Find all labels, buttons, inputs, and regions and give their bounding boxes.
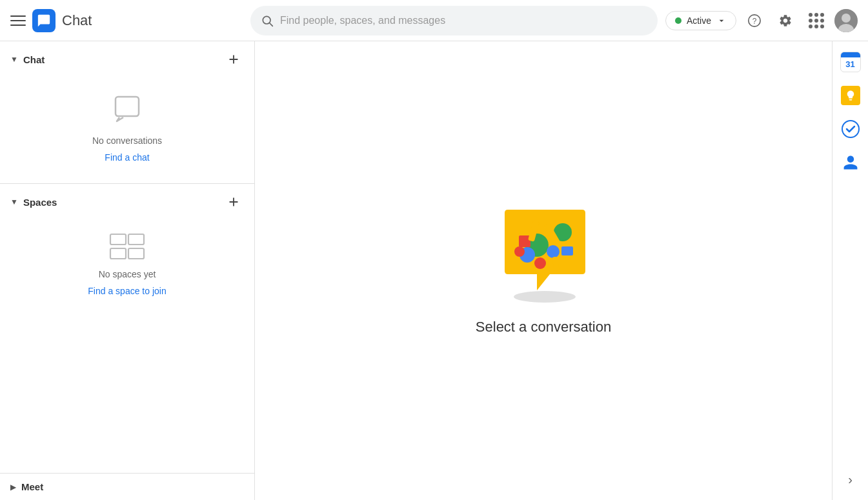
chat-section-title: Chat — [23, 54, 45, 65]
status-label: Active — [687, 15, 711, 26]
search-icon — [261, 14, 274, 27]
contacts-icon — [841, 153, 860, 172]
contacts-app-button[interactable] — [838, 150, 863, 175]
find-chat-link[interactable]: Find a chat — [105, 152, 149, 163]
sidebar: ▼ Chat No conversations Find a — [0, 41, 255, 500]
svg-rect-11 — [128, 248, 144, 259]
spaces-section-header-left: ▼ Spaces — [10, 197, 57, 208]
svg-point-17 — [534, 257, 546, 269]
svg-rect-21 — [561, 246, 573, 255]
chat-illustration — [492, 206, 595, 303]
keep-app-button[interactable] — [838, 83, 863, 108]
help-button[interactable]: ? — [742, 8, 767, 34]
expand-right-button[interactable]: › — [838, 466, 863, 492]
calendar-icon: 31 — [840, 52, 861, 72]
spaces-section: ▼ Spaces No s — [0, 184, 254, 317]
grid-apps-icon — [809, 13, 824, 28]
svg-rect-10 — [110, 248, 126, 259]
app-title: Chat — [62, 12, 92, 29]
chat-chevron-icon: ▼ — [10, 55, 18, 64]
avatar[interactable] — [834, 9, 858, 32]
chat-add-button[interactable] — [223, 49, 244, 70]
chat-logo — [32, 9, 56, 32]
svg-point-5 — [842, 14, 851, 23]
meet-chevron-icon: ▶ — [10, 483, 16, 492]
tasks-icon — [841, 119, 860, 139]
svg-line-1 — [270, 23, 273, 26]
status-button[interactable]: Active — [665, 11, 736, 30]
chat-empty-text: No conversations — [92, 135, 162, 146]
spaces-empty-icon — [109, 233, 145, 263]
right-sidebar: 31 — [832, 41, 868, 500]
topbar-left: Chat — [10, 9, 243, 32]
chat-section-header[interactable]: ▼ Chat — [0, 41, 254, 75]
meet-left: ▶ Meet — [10, 481, 43, 492]
select-conversation-label: Select a conversation — [476, 319, 611, 335]
chat-empty-state: No conversations Find a chat — [0, 75, 254, 183]
spaces-section-header[interactable]: ▼ Spaces — [0, 184, 254, 217]
search-bar[interactable] — [250, 6, 658, 35]
svg-rect-9 — [128, 234, 144, 245]
find-space-link[interactable]: Find a space to join — [88, 286, 166, 296]
spaces-chevron-icon: ▼ — [10, 197, 18, 206]
spaces-add-button[interactable] — [223, 192, 244, 212]
svg-point-24 — [842, 121, 859, 137]
apps-button[interactable] — [803, 8, 829, 34]
svg-rect-8 — [110, 234, 126, 245]
tasks-app-button[interactable] — [838, 116, 863, 142]
calendar-number: 31 — [841, 57, 860, 72]
right-sidebar-expand-area: › — [838, 464, 863, 495]
chevron-right-icon: › — [848, 472, 853, 487]
meet-section: ▶ Meet — [0, 473, 254, 500]
status-dot — [675, 17, 681, 24]
spaces-section-title: Spaces — [23, 197, 57, 208]
meet-section-title: Meet — [21, 481, 43, 492]
topbar-right: Active ? — [665, 8, 858, 34]
spaces-empty-state: No spaces yet Find a space to join — [0, 217, 254, 317]
svg-point-22 — [514, 246, 525, 257]
chat-empty-icon — [110, 90, 144, 129]
chevron-down-icon — [716, 15, 727, 26]
calendar-app-button[interactable]: 31 — [838, 49, 863, 75]
svg-point-12 — [514, 291, 576, 303]
keep-icon — [841, 86, 860, 105]
topbar: Chat Active ? — [0, 0, 868, 41]
svg-rect-7 — [116, 97, 139, 116]
chat-section: ▼ Chat No conversations Find a — [0, 41, 254, 183]
main-layout: ▼ Chat No conversations Find a — [0, 41, 868, 500]
svg-text:?: ? — [752, 16, 757, 25]
spaces-empty-text: No spaces yet — [99, 269, 156, 279]
chat-section-header-left: ▼ Chat — [10, 54, 45, 65]
hamburger-menu-button[interactable] — [10, 13, 26, 28]
main-content: Select a conversation — [255, 41, 832, 500]
svg-point-16 — [547, 245, 560, 258]
settings-button[interactable] — [772, 8, 798, 34]
search-input[interactable] — [280, 15, 647, 26]
